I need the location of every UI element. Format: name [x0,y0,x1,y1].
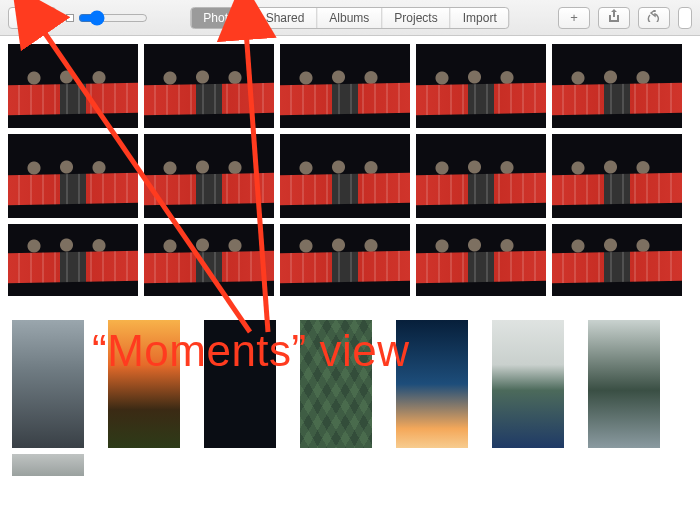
search-field[interactable] [678,7,692,29]
tab-projects[interactable]: Projects [382,8,450,28]
photo-thumbnail[interactable] [552,224,682,296]
photo-thumbnail[interactable] [416,224,546,296]
zoom-control [66,10,148,26]
rotate-icon [647,10,661,25]
zoom-slider[interactable] [78,10,148,26]
photo-thumbnail[interactable] [12,320,84,448]
photo-thumbnail[interactable] [588,320,660,448]
zoom-min-icon [66,14,74,22]
share-icon [608,9,620,26]
right-tools: + [558,7,692,29]
add-button[interactable]: + [558,7,590,29]
share-button[interactable] [598,7,630,29]
forward-button[interactable]: › [32,7,56,29]
view-tabs: Photos Shared Albums Projects Import [190,7,509,29]
photo-thumbnail[interactable] [492,320,564,448]
tab-shared[interactable]: Shared [254,8,318,28]
photo-thumbnail[interactable] [144,44,274,128]
photo-thumbnail[interactable] [204,320,276,448]
tab-photos[interactable]: Photos [191,8,253,28]
photo-thumbnail[interactable] [280,134,410,218]
moment-grid-2 [8,314,700,476]
chevron-right-icon: › [42,12,46,24]
rotate-button[interactable] [638,7,670,29]
photo-thumbnail[interactable] [280,44,410,128]
moment-grid-1 [8,44,700,296]
tab-albums[interactable]: Albums [317,8,382,28]
photo-thumbnail[interactable] [552,134,682,218]
toolbar: ‹ › Photos Shared Albums Projects Import… [0,0,700,36]
photo-thumbnail[interactable] [144,134,274,218]
photo-thumbnail[interactable] [300,320,372,448]
photo-thumbnail[interactable] [144,224,274,296]
content [0,36,700,476]
nav-buttons: ‹ › [8,7,56,29]
photo-thumbnail[interactable] [280,224,410,296]
photo-thumbnail[interactable] [416,44,546,128]
photo-thumbnail[interactable] [8,44,138,128]
photo-thumbnail[interactable] [108,320,180,448]
photo-thumbnail[interactable] [12,454,84,476]
photo-thumbnail[interactable] [396,320,468,448]
back-button[interactable]: ‹ [8,7,32,29]
photo-thumbnail[interactable] [416,134,546,218]
chevron-left-icon: ‹ [18,12,22,24]
photo-thumbnail[interactable] [552,44,682,128]
photo-thumbnail[interactable] [8,224,138,296]
photo-thumbnail[interactable] [8,134,138,218]
tab-import[interactable]: Import [451,8,509,28]
plus-icon: + [570,10,578,25]
